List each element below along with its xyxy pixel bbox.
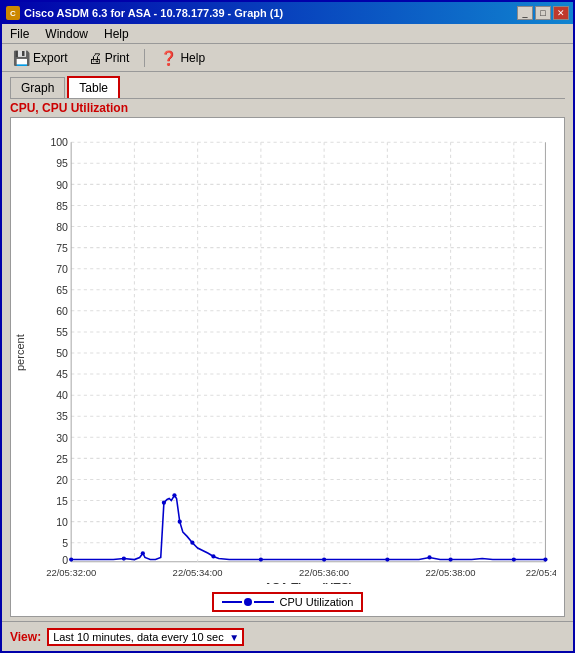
chart-svg-container: 100 95 90 85 80 75 70 65 60 55 50	[29, 122, 556, 584]
toolbar-separator	[144, 49, 145, 67]
view-select[interactable]: Last 10 minutes, data every 10 sec Last …	[49, 630, 242, 644]
svg-point-58	[122, 556, 126, 560]
menu-file[interactable]: File	[6, 26, 33, 42]
svg-text:22/05:40:: 22/05:40:	[526, 567, 556, 578]
window-title: Cisco ASDM 6.3 for ASA - 10.78.177.39 - …	[24, 7, 283, 19]
print-button[interactable]: 🖨 Print	[81, 47, 137, 69]
svg-text:80: 80	[56, 221, 68, 233]
content-area: Graph Table CPU, CPU Utilization percent	[2, 72, 573, 651]
svg-point-65	[259, 557, 263, 561]
view-label: View:	[10, 630, 41, 644]
svg-text:90: 90	[56, 179, 68, 191]
svg-text:95: 95	[56, 157, 68, 169]
svg-text:100: 100	[50, 136, 68, 148]
chart-svg: 100 95 90 85 80 75 70 65 60 55 50	[29, 122, 556, 584]
svg-point-62	[178, 520, 182, 524]
chart-legend: CPU Utilization	[11, 588, 564, 616]
svg-text:22/05:34:00: 22/05:34:00	[173, 567, 223, 578]
svg-text:85: 85	[56, 200, 68, 212]
svg-point-61	[172, 493, 176, 497]
svg-text:60: 60	[56, 305, 68, 317]
toolbar: 💾 Export 🖨 Print ❓ Help	[2, 44, 573, 72]
close-button[interactable]: ✕	[553, 6, 569, 20]
svg-text:0: 0	[62, 554, 68, 566]
tab-graph[interactable]: Graph	[10, 77, 65, 98]
svg-text:20: 20	[56, 474, 68, 486]
svg-text:40: 40	[56, 389, 68, 401]
print-icon: 🖨	[88, 50, 102, 66]
export-icon: 💾	[13, 50, 30, 66]
chart-section: percent 100 95 90 85	[10, 117, 565, 617]
svg-text:30: 30	[56, 432, 68, 444]
svg-text:22/05:32:00: 22/05:32:00	[46, 567, 96, 578]
svg-text:55: 55	[56, 326, 68, 338]
title-controls: _ □ ✕	[517, 6, 569, 20]
svg-text:25: 25	[56, 453, 68, 465]
svg-text:ASA Time (UTC): ASA Time (UTC)	[264, 581, 353, 584]
minimize-button[interactable]: _	[517, 6, 533, 20]
chart-with-axes: 100 95 90 85 80 75 70 65 60 55 50	[29, 118, 564, 588]
svg-point-71	[543, 557, 547, 561]
legend-box: CPU Utilization	[212, 592, 364, 612]
svg-text:50: 50	[56, 347, 68, 359]
svg-text:22/05:36:00: 22/05:36:00	[299, 567, 349, 578]
view-select-wrapper: Last 10 minutes, data every 10 sec Last …	[47, 628, 244, 646]
svg-point-70	[512, 557, 516, 561]
footer: View: Last 10 minutes, data every 10 sec…	[2, 621, 573, 651]
print-label: Print	[105, 51, 130, 65]
help-button[interactable]: ❓ Help	[153, 47, 212, 69]
svg-text:10: 10	[56, 516, 68, 528]
legend-label: CPU Utilization	[280, 596, 354, 608]
main-window: C Cisco ASDM 6.3 for ASA - 10.78.177.39 …	[0, 0, 575, 653]
svg-text:22/05:38:00: 22/05:38:00	[426, 567, 476, 578]
legend-dash-line2	[254, 601, 274, 603]
export-label: Export	[33, 51, 68, 65]
legend-line	[222, 598, 274, 606]
app-icon: C	[6, 6, 20, 20]
svg-point-68	[427, 555, 431, 559]
svg-point-67	[385, 557, 389, 561]
svg-text:35: 35	[56, 410, 68, 422]
svg-text:15: 15	[56, 495, 68, 507]
svg-text:70: 70	[56, 263, 68, 275]
tab-table[interactable]: Table	[67, 76, 120, 98]
y-axis-label: percent	[11, 118, 29, 588]
chart-area: percent 100 95 90 85	[11, 118, 564, 588]
svg-text:65: 65	[56, 284, 68, 296]
svg-point-59	[141, 551, 145, 555]
menu-bar: File Window Help	[2, 24, 573, 44]
menu-help[interactable]: Help	[100, 26, 133, 42]
svg-text:45: 45	[56, 368, 68, 380]
legend-dash-line	[222, 601, 242, 603]
svg-text:5: 5	[62, 537, 68, 549]
legend-dot	[244, 598, 252, 606]
help-label: Help	[180, 51, 205, 65]
svg-point-63	[190, 541, 194, 545]
svg-text:75: 75	[56, 242, 68, 254]
help-icon: ❓	[160, 50, 177, 66]
title-bar: C Cisco ASDM 6.3 for ASA - 10.78.177.39 …	[2, 2, 573, 24]
svg-point-57	[69, 557, 73, 561]
chart-title: CPU, CPU Utilization	[10, 101, 128, 115]
menu-window[interactable]: Window	[41, 26, 92, 42]
maximize-button[interactable]: □	[535, 6, 551, 20]
svg-point-64	[211, 554, 215, 558]
tabs-row: Graph Table	[2, 72, 573, 98]
export-button[interactable]: 💾 Export	[6, 47, 75, 69]
svg-point-69	[448, 557, 452, 561]
svg-point-66	[322, 557, 326, 561]
svg-point-60	[162, 501, 166, 505]
